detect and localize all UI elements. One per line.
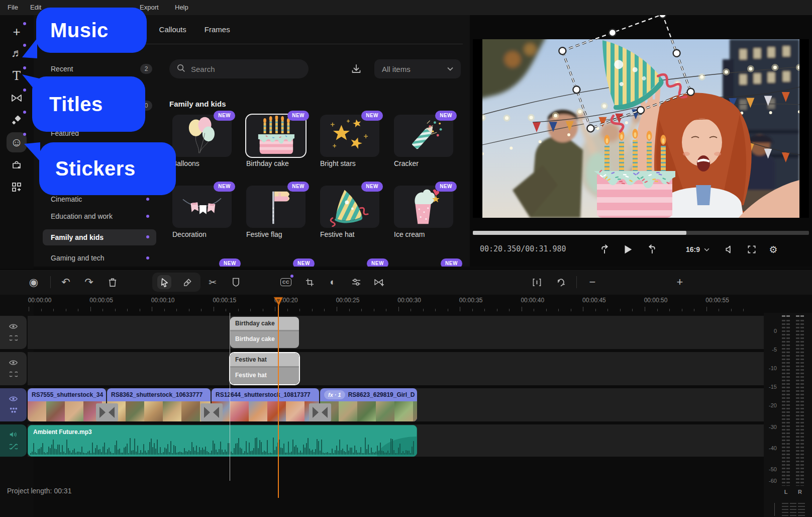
crop-icon[interactable] xyxy=(302,275,317,289)
marker-icon[interactable] xyxy=(229,275,243,289)
sticker-ice-cream[interactable]: NEW xyxy=(394,186,453,228)
clip-thumbnails xyxy=(212,401,319,421)
waveform-bar xyxy=(261,442,262,455)
video-clip-4[interactable]: fx · 1RS8623_629819_Girl_D xyxy=(320,388,417,421)
sticker-cracker[interactable]: NEW xyxy=(394,115,453,157)
sticker-bright-stars[interactable]: NEW xyxy=(320,115,379,157)
video-clip-1[interactable]: RS7555_shutterstock_34 xyxy=(28,388,106,421)
redo-icon[interactable]: ↷ xyxy=(82,275,96,289)
zoom-in-icon[interactable]: + xyxy=(673,275,687,289)
meter-db-label: -50 xyxy=(764,466,777,472)
waveform-bar xyxy=(163,452,164,455)
sticker-clip-birthday-cake[interactable]: Birthday cakeBirthday cake xyxy=(230,317,299,348)
effects-icon[interactable] xyxy=(7,110,27,130)
thumbnail xyxy=(249,401,267,421)
transition-indicator[interactable] xyxy=(309,403,331,421)
captions-icon[interactable]: CC xyxy=(279,275,293,289)
filter-dropdown[interactable]: All items xyxy=(374,59,461,78)
clip-body: Festive hat xyxy=(230,368,299,384)
ruler-tick xyxy=(694,309,694,311)
waveform-bar xyxy=(188,450,189,455)
waveform-bar xyxy=(160,447,161,455)
jump-back-button[interactable] xyxy=(598,242,612,256)
playhead-marker[interactable] xyxy=(273,297,283,308)
magnet-icon[interactable] xyxy=(554,275,568,289)
delete-icon[interactable] xyxy=(106,275,120,289)
pen-icon[interactable] xyxy=(180,275,194,289)
transition-indicator[interactable] xyxy=(96,403,118,421)
aspect-ratio-dropdown[interactable]: 16:9 xyxy=(686,242,709,256)
waveform-bar xyxy=(128,453,129,455)
new-badge: NEW xyxy=(435,182,457,192)
scissors-icon[interactable]: ✂ xyxy=(206,275,220,289)
waveform-bar xyxy=(131,451,132,455)
audio-waveform xyxy=(30,437,415,455)
video-clip-3[interactable]: RS12644_shutterstock_10817377 xyxy=(212,388,319,421)
waveform-bar xyxy=(149,442,150,455)
timeline-ruler[interactable]: 00:00:0000:00:0500:00:1000:00:1500:00:20… xyxy=(0,296,764,313)
category-gaming-and-tech[interactable]: Gaming and tech xyxy=(43,250,156,266)
playback-progress-bar[interactable] xyxy=(473,231,809,235)
ruler-tick xyxy=(731,309,732,311)
ruler-tick xyxy=(435,309,436,311)
waveform-bar xyxy=(170,441,171,455)
waveform-bar xyxy=(336,446,337,455)
video-track-header[interactable] xyxy=(0,388,27,421)
waveform-bar xyxy=(306,443,307,455)
record-icon[interactable]: ◉ xyxy=(27,275,41,289)
add-transition-icon[interactable] xyxy=(372,275,386,289)
ruler-tick xyxy=(78,309,78,311)
volume-icon[interactable] xyxy=(723,242,737,256)
stickers-panel: EffectsCalloutsFrames Search All items R… xyxy=(34,15,470,267)
sticker-track-1-header[interactable] xyxy=(0,316,27,349)
audio-clip[interactable]: Ambient Future.mp3 xyxy=(28,425,417,457)
waveform-bar xyxy=(140,450,141,455)
ruler-tick xyxy=(226,309,226,311)
play-button[interactable] xyxy=(621,242,635,256)
menu-item-file[interactable]: File xyxy=(8,0,18,15)
clip-edge-guide xyxy=(230,313,230,481)
category-recent[interactable]: Recent2 xyxy=(43,61,156,76)
waveform-bar xyxy=(243,453,244,455)
undo-icon[interactable]: ↶ xyxy=(59,275,73,289)
stickers-icon[interactable]: ☺ xyxy=(7,132,27,152)
sticker-birthday-cake[interactable]: NEW xyxy=(246,115,306,157)
waveform-bar xyxy=(172,453,173,455)
transition-indicator[interactable] xyxy=(200,403,223,421)
menu-item-help[interactable]: Help xyxy=(175,0,188,15)
search-input[interactable]: Search xyxy=(169,59,309,78)
store-icon[interactable] xyxy=(7,155,27,175)
waveform-bar xyxy=(146,453,147,455)
zoom-out-icon[interactable]: − xyxy=(585,275,599,289)
tab-frames[interactable]: Frames xyxy=(205,25,230,34)
category-count-badge: 2 xyxy=(140,64,152,74)
sticker-decoration[interactable]: NEW xyxy=(172,186,232,228)
tab-callouts[interactable]: Callouts xyxy=(159,25,186,34)
waveform-bar xyxy=(36,453,37,455)
sticker-track-2-header[interactable] xyxy=(0,352,27,385)
sticker-clip-festive-hat[interactable]: Festive hatFestive hat xyxy=(230,353,299,384)
video-clip-2[interactable]: RS8362_shutterstock_10633777 xyxy=(107,388,211,421)
settings-gear-icon[interactable]: ⚙ xyxy=(766,242,780,256)
new-badge: NEW xyxy=(287,182,309,192)
extras-icon[interactable] xyxy=(7,177,27,197)
category-education-and-work[interactable]: Education and work xyxy=(43,209,156,224)
sticker-festive-hat[interactable]: NEW xyxy=(320,186,379,228)
category-family-and-kids[interactable]: Family and kids xyxy=(43,229,156,245)
download-icon[interactable] xyxy=(350,63,362,75)
sticker-festive-flag[interactable]: NEW xyxy=(246,186,306,228)
waveform-bar xyxy=(199,447,200,455)
sticker-track-2 xyxy=(28,352,764,385)
jump-forward-button[interactable] xyxy=(645,242,659,256)
playhead-line[interactable] xyxy=(278,298,279,498)
sticker-balloons[interactable]: NEW xyxy=(172,115,232,157)
audio-levels-icon[interactable] xyxy=(530,275,544,289)
toolbar-divider xyxy=(50,276,51,288)
fullscreen-icon[interactable] xyxy=(745,242,759,256)
audio-track-header[interactable] xyxy=(0,424,27,457)
contrast-icon[interactable]: ◐ xyxy=(326,275,340,289)
waveform-bar xyxy=(267,440,268,455)
party-scene xyxy=(482,39,799,218)
pointer-icon[interactable] xyxy=(157,275,171,289)
adjustments-icon[interactable] xyxy=(349,275,363,289)
